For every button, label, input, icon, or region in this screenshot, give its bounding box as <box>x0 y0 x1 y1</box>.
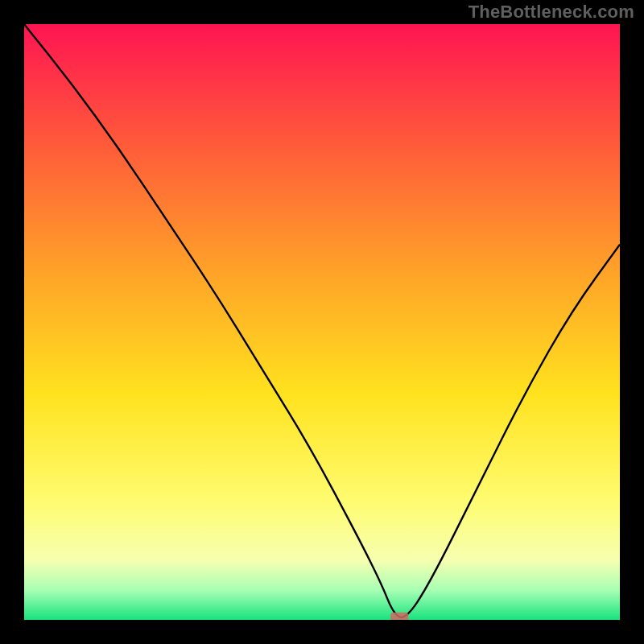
bottleneck-marker <box>390 613 408 620</box>
watermark-text: TheBottleneck.com <box>469 2 634 23</box>
gradient-background <box>24 24 620 620</box>
plot-area <box>24 24 620 620</box>
chart-svg <box>24 24 620 620</box>
chart-stage: TheBottleneck.com <box>0 0 644 644</box>
